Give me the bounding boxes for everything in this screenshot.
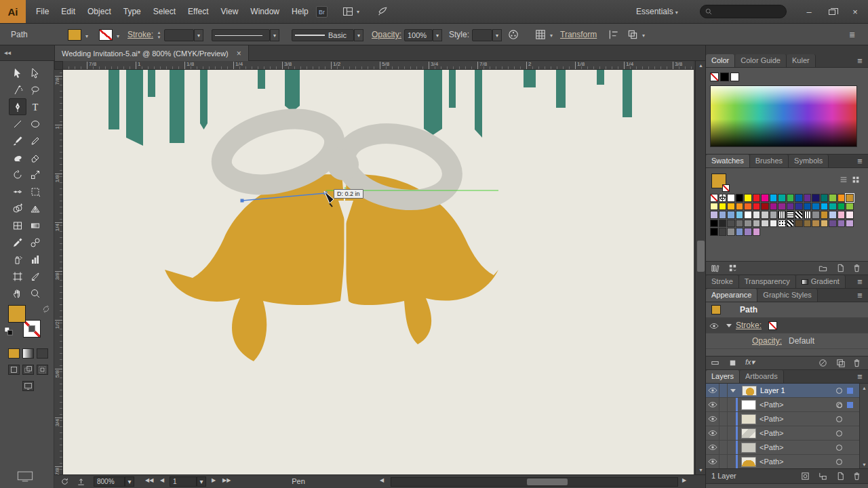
layer-thumbnail[interactable] [742, 386, 757, 396]
width-profile-select[interactable] [212, 29, 270, 41]
layer-thumbnail[interactable] [741, 400, 756, 410]
eye-icon[interactable] [708, 457, 717, 466]
stroke-panel-link[interactable]: Stroke: [127, 30, 153, 39]
stroke-color-swatch[interactable] [99, 29, 113, 41]
swatch[interactable] [795, 194, 803, 202]
layer-name[interactable]: <Path> [760, 401, 783, 409]
swatch[interactable] [710, 228, 718, 236]
horizontal-scroll-thumb[interactable] [527, 479, 568, 485]
swatch[interactable] [727, 228, 735, 236]
search-input[interactable] [713, 7, 781, 16]
arrange-documents-caret-icon[interactable]: ▾ [357, 9, 359, 15]
current-stroke-swatch[interactable] [722, 184, 730, 192]
fill-color-swatch[interactable] [68, 29, 81, 41]
tab-color[interactable]: Color [706, 54, 735, 67]
swatch[interactable] [795, 203, 803, 211]
style-select[interactable] [472, 29, 492, 41]
swatch[interactable] [787, 220, 795, 228]
blob-brush-tool[interactable] [9, 149, 26, 166]
perspective-grid-tool[interactable] [26, 200, 44, 217]
target-circle[interactable] [836, 388, 842, 394]
swatch[interactable] [829, 194, 837, 202]
swatch[interactable] [821, 211, 829, 219]
swatch[interactable] [829, 211, 837, 219]
none-mode-button[interactable] [37, 348, 48, 359]
scale-tool[interactable] [26, 166, 44, 183]
menu-effect[interactable]: Effect [182, 0, 214, 23]
appearance-item-row[interactable]: Path [706, 302, 868, 318]
appearance-stroke-swatch[interactable] [768, 321, 777, 330]
opacity-caret-icon[interactable]: ▾ [433, 29, 442, 41]
swatch[interactable] [795, 211, 803, 219]
swatch[interactable] [736, 228, 744, 236]
menu-select[interactable]: Select [147, 0, 182, 23]
swatch[interactable] [727, 220, 735, 228]
swatch[interactable] [736, 203, 744, 211]
swatch[interactable] [710, 194, 718, 202]
tab-graphic-styles[interactable]: Graphic Styles [757, 289, 818, 302]
layer-thumbnail[interactable] [741, 428, 756, 439]
swatch[interactable] [812, 203, 820, 211]
path-row[interactable]: <Path> [706, 398, 868, 412]
vertical-ruler[interactable]: 7/811/81/43/81/25/83/47/8 [54, 70, 63, 474]
menu-object[interactable]: Object [81, 0, 117, 23]
tab-symbols[interactable]: Symbols [789, 155, 829, 167]
new-sublayer-icon[interactable] [818, 471, 829, 482]
color-none-chip[interactable] [710, 73, 719, 81]
slice-tool[interactable] [26, 268, 44, 285]
vertical-scroll-thumb[interactable] [697, 241, 705, 272]
selection-square[interactable] [847, 402, 853, 408]
pencil-tool[interactable] [26, 132, 44, 149]
tab-kuler[interactable]: Kuler [787, 54, 816, 67]
lock-cell[interactable] [719, 441, 728, 454]
swatch[interactable] [837, 220, 846, 228]
swatch[interactable] [719, 203, 727, 211]
lock-cell[interactable] [719, 412, 728, 426]
direct-selection-tool[interactable] [26, 64, 44, 81]
eyedropper-tool[interactable] [9, 234, 26, 251]
swatch[interactable] [736, 194, 744, 202]
eraser-tool[interactable] [26, 149, 44, 166]
horizontal-scrollbar[interactable] [391, 477, 678, 487]
brush-caret-icon[interactable]: ▾ [354, 29, 363, 41]
swatch[interactable] [787, 203, 795, 211]
swatch[interactable] [787, 194, 795, 202]
tab-transparency[interactable]: Transparency [739, 275, 796, 288]
menu-type[interactable]: Type [117, 0, 147, 23]
swatch[interactable] [804, 211, 812, 219]
swatch[interactable] [846, 211, 854, 219]
workspace-switcher[interactable]: Essentials▾ [636, 7, 678, 16]
anchor-point-start[interactable] [241, 199, 244, 203]
swatch[interactable] [744, 211, 752, 219]
layer-thumbnail[interactable] [741, 414, 756, 424]
zoom-tool[interactable] [26, 285, 44, 302]
swatch[interactable] [770, 220, 778, 228]
hscroll-right-icon[interactable]: ▶ [682, 477, 686, 483]
swatches-panel-menu-icon[interactable]: ≣ [854, 157, 865, 165]
swatch[interactable] [846, 203, 854, 211]
add-effect-fx-icon[interactable]: fx▾ [745, 358, 756, 369]
swatch[interactable] [753, 203, 761, 211]
add-new-fill-icon[interactable] [728, 358, 738, 369]
align-objects-icon[interactable] [608, 28, 620, 41]
swatch[interactable] [744, 194, 752, 202]
eye-icon[interactable] [708, 400, 717, 409]
swatch[interactable] [778, 220, 786, 228]
color-panel-menu-icon[interactable]: ≣ [854, 57, 865, 65]
swatch[interactable] [804, 203, 812, 211]
list-view-icon[interactable] [839, 175, 848, 186]
lock-cell[interactable] [719, 455, 728, 468]
appearance-panel-menu-icon[interactable]: ≣ [854, 291, 865, 300]
symbol-sprayer-tool[interactable] [9, 251, 26, 268]
menu-view[interactable]: View [215, 0, 245, 23]
fill-color-chip[interactable] [8, 305, 26, 323]
draw-behind-button[interactable] [22, 365, 34, 375]
clear-appearance-icon[interactable] [818, 358, 829, 369]
zoom-field[interactable]: 800% [94, 476, 125, 487]
eye-icon[interactable] [708, 386, 717, 395]
swatch[interactable] [719, 211, 727, 219]
swatch[interactable] [778, 194, 786, 202]
fill-caret-icon[interactable]: ▾ [85, 33, 88, 39]
layers-scroll-up-icon[interactable]: ▲ [860, 384, 868, 392]
line-segment-tool[interactable] [9, 115, 26, 132]
